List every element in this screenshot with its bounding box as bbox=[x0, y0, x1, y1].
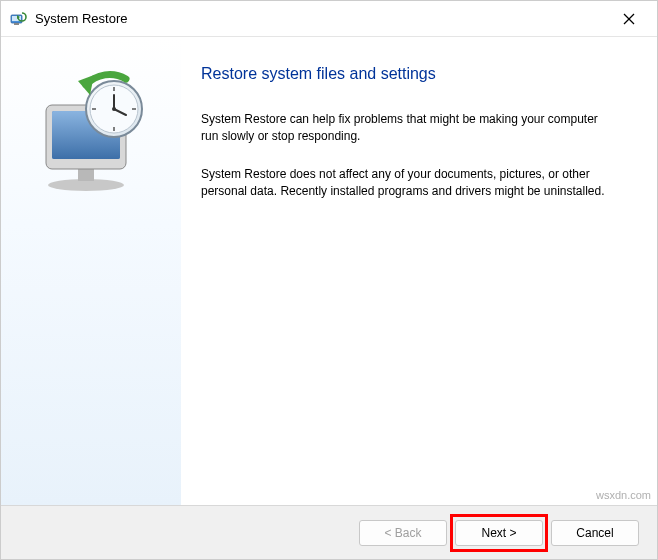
close-icon bbox=[623, 13, 635, 25]
description-paragraph-1: System Restore can help fix problems tha… bbox=[201, 111, 617, 146]
page-heading: Restore system files and settings bbox=[201, 65, 617, 83]
main-content: Restore system files and settings System… bbox=[181, 37, 657, 505]
system-restore-icon bbox=[9, 10, 27, 28]
restore-illustration-icon bbox=[26, 67, 156, 197]
titlebar: System Restore bbox=[1, 1, 657, 37]
next-button[interactable]: Next > bbox=[455, 520, 543, 546]
footer: < Back Next > Cancel bbox=[1, 505, 657, 559]
system-restore-window: System Restore bbox=[0, 0, 658, 560]
content-area: Restore system files and settings System… bbox=[1, 37, 657, 505]
cancel-button[interactable]: Cancel bbox=[551, 520, 639, 546]
window-title: System Restore bbox=[35, 11, 609, 26]
back-button: < Back bbox=[359, 520, 447, 546]
watermark-text: wsxdn.com bbox=[596, 489, 651, 501]
svg-rect-2 bbox=[14, 23, 19, 25]
close-button[interactable] bbox=[609, 4, 649, 34]
sidebar bbox=[1, 37, 181, 505]
description-paragraph-2: System Restore does not affect any of yo… bbox=[201, 166, 617, 201]
svg-point-19 bbox=[112, 107, 116, 111]
